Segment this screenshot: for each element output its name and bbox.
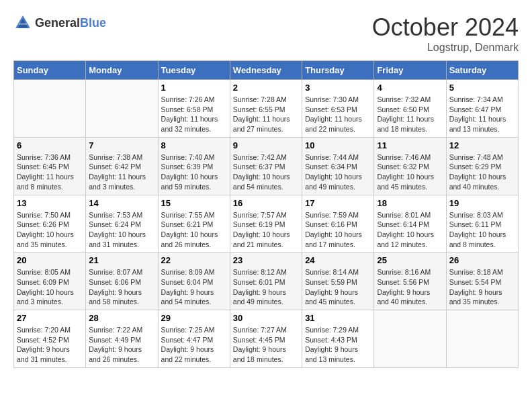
column-header-tuesday: Tuesday [158, 61, 230, 80]
calendar-cell: 1Sunrise: 7:26 AMSunset: 6:58 PMDaylight… [158, 80, 230, 138]
calendar-cell: 24Sunrise: 8:14 AMSunset: 5:59 PMDayligh… [302, 253, 374, 310]
day-number: 16 [233, 198, 299, 208]
column-header-monday: Monday [86, 61, 158, 80]
calendar-week-3: 13Sunrise: 7:50 AMSunset: 6:26 PMDayligh… [14, 195, 519, 253]
calendar-week-2: 6Sunrise: 7:36 AMSunset: 6:45 PMDaylight… [14, 137, 519, 195]
day-number: 3 [305, 83, 371, 93]
calendar-cell: 6Sunrise: 7:36 AMSunset: 6:45 PMDaylight… [14, 137, 86, 195]
day-number: 24 [305, 255, 371, 265]
day-number: 14 [89, 198, 154, 208]
calendar-cell: 3Sunrise: 7:30 AMSunset: 6:53 PMDaylight… [302, 80, 374, 138]
column-header-wednesday: Wednesday [230, 61, 302, 80]
calendar-cell [374, 310, 446, 368]
column-header-friday: Friday [374, 61, 446, 80]
calendar-header-row: SundayMondayTuesdayWednesdayThursdayFrid… [14, 61, 519, 80]
calendar-cell: 21Sunrise: 8:07 AMSunset: 6:06 PMDayligh… [86, 253, 158, 310]
day-number: 18 [377, 198, 443, 208]
page-header: GeneralBlue October 2024 Logstrup, Denma… [13, 13, 519, 54]
day-number: 28 [89, 313, 154, 323]
calendar-cell: 9Sunrise: 7:42 AMSunset: 6:37 PMDaylight… [230, 137, 302, 195]
day-info: Sunrise: 7:25 AMSunset: 4:47 PMDaylight:… [161, 325, 227, 365]
day-info: Sunrise: 7:20 AMSunset: 4:52 PMDaylight:… [17, 325, 83, 365]
day-info: Sunrise: 7:59 AMSunset: 6:16 PMDaylight:… [305, 210, 371, 250]
day-number: 13 [17, 198, 83, 208]
calendar-cell: 8Sunrise: 7:40 AMSunset: 6:39 PMDaylight… [158, 137, 230, 195]
day-info: Sunrise: 7:22 AMSunset: 4:49 PMDaylight:… [89, 325, 154, 365]
calendar-cell: 29Sunrise: 7:25 AMSunset: 4:47 PMDayligh… [158, 310, 230, 368]
calendar-cell: 11Sunrise: 7:46 AMSunset: 6:32 PMDayligh… [374, 137, 446, 195]
day-info: Sunrise: 8:01 AMSunset: 6:14 PMDaylight:… [377, 210, 443, 250]
calendar-cell: 25Sunrise: 8:16 AMSunset: 5:56 PMDayligh… [374, 253, 446, 310]
day-info: Sunrise: 7:44 AMSunset: 6:34 PMDaylight:… [305, 152, 371, 192]
day-number: 20 [17, 255, 83, 265]
day-number: 15 [161, 198, 227, 208]
logo-general: General [35, 16, 80, 30]
day-info: Sunrise: 8:03 AMSunset: 6:11 PMDaylight:… [449, 210, 515, 250]
day-info: Sunrise: 7:57 AMSunset: 6:19 PMDaylight:… [233, 210, 299, 250]
day-number: 30 [233, 313, 299, 323]
day-info: Sunrise: 7:38 AMSunset: 6:42 PMDaylight:… [89, 152, 154, 192]
calendar-cell: 31Sunrise: 7:29 AMSunset: 4:43 PMDayligh… [302, 310, 374, 368]
calendar-cell: 13Sunrise: 7:50 AMSunset: 6:26 PMDayligh… [14, 195, 86, 253]
day-number: 29 [161, 313, 227, 323]
day-info: Sunrise: 7:50 AMSunset: 6:26 PMDaylight:… [17, 210, 83, 250]
calendar-cell: 26Sunrise: 8:18 AMSunset: 5:54 PMDayligh… [446, 253, 518, 310]
day-info: Sunrise: 7:53 AMSunset: 6:24 PMDaylight:… [89, 210, 154, 250]
column-header-sunday: Sunday [14, 61, 86, 80]
day-info: Sunrise: 7:26 AMSunset: 6:58 PMDaylight:… [161, 95, 227, 134]
month-title: October 2024 [372, 13, 519, 42]
logo-blue: Blue [80, 16, 106, 30]
calendar-table: SundayMondayTuesdayWednesdayThursdayFrid… [13, 60, 519, 368]
calendar-cell: 2Sunrise: 7:28 AMSunset: 6:55 PMDaylight… [230, 80, 302, 138]
day-info: Sunrise: 7:34 AMSunset: 6:47 PMDaylight:… [449, 95, 515, 134]
day-number: 26 [449, 255, 515, 265]
calendar-cell [14, 80, 86, 138]
day-info: Sunrise: 7:48 AMSunset: 6:29 PMDaylight:… [449, 152, 515, 192]
title-block: October 2024 Logstrup, Denmark [372, 13, 519, 54]
day-number: 23 [233, 255, 299, 265]
calendar-cell: 23Sunrise: 8:12 AMSunset: 6:01 PMDayligh… [230, 253, 302, 310]
logo-text: GeneralBlue [35, 16, 106, 30]
day-number: 4 [377, 83, 443, 93]
day-number: 22 [161, 255, 227, 265]
day-info: Sunrise: 8:05 AMSunset: 6:09 PMDaylight:… [17, 267, 83, 307]
day-info: Sunrise: 8:12 AMSunset: 6:01 PMDaylight:… [233, 267, 299, 307]
day-info: Sunrise: 7:28 AMSunset: 6:55 PMDaylight:… [233, 95, 299, 134]
calendar-cell: 28Sunrise: 7:22 AMSunset: 4:49 PMDayligh… [86, 310, 158, 368]
column-header-saturday: Saturday [446, 61, 518, 80]
day-info: Sunrise: 8:07 AMSunset: 6:06 PMDaylight:… [89, 267, 154, 307]
day-number: 12 [449, 140, 515, 150]
calendar-cell: 22Sunrise: 8:09 AMSunset: 6:04 PMDayligh… [158, 253, 230, 310]
day-number: 7 [89, 140, 154, 150]
day-number: 27 [17, 313, 83, 323]
day-info: Sunrise: 7:29 AMSunset: 4:43 PMDaylight:… [305, 325, 371, 365]
day-info: Sunrise: 8:16 AMSunset: 5:56 PMDaylight:… [377, 267, 443, 307]
day-info: Sunrise: 7:40 AMSunset: 6:39 PMDaylight:… [161, 152, 227, 192]
day-number: 31 [305, 313, 371, 323]
day-number: 8 [161, 140, 227, 150]
day-info: Sunrise: 7:32 AMSunset: 6:50 PMDaylight:… [377, 95, 443, 134]
day-info: Sunrise: 8:14 AMSunset: 5:59 PMDaylight:… [305, 267, 371, 307]
calendar-cell: 30Sunrise: 7:27 AMSunset: 4:45 PMDayligh… [230, 310, 302, 368]
calendar-cell: 18Sunrise: 8:01 AMSunset: 6:14 PMDayligh… [374, 195, 446, 253]
calendar-week-4: 20Sunrise: 8:05 AMSunset: 6:09 PMDayligh… [14, 253, 519, 310]
day-info: Sunrise: 8:09 AMSunset: 6:04 PMDaylight:… [161, 267, 227, 307]
calendar-cell: 12Sunrise: 7:48 AMSunset: 6:29 PMDayligh… [446, 137, 518, 195]
logo-icon [13, 13, 32, 32]
day-number: 25 [377, 255, 443, 265]
calendar-cell: 27Sunrise: 7:20 AMSunset: 4:52 PMDayligh… [14, 310, 86, 368]
logo: GeneralBlue [13, 13, 106, 32]
calendar-cell: 20Sunrise: 8:05 AMSunset: 6:09 PMDayligh… [14, 253, 86, 310]
day-info: Sunrise: 7:27 AMSunset: 4:45 PMDaylight:… [233, 325, 299, 365]
svg-rect-2 [19, 23, 27, 25]
day-number: 10 [305, 140, 371, 150]
calendar-cell: 5Sunrise: 7:34 AMSunset: 6:47 PMDaylight… [446, 80, 518, 138]
day-info: Sunrise: 8:18 AMSunset: 5:54 PMDaylight:… [449, 267, 515, 307]
calendar-cell: 4Sunrise: 7:32 AMSunset: 6:50 PMDaylight… [374, 80, 446, 138]
day-number: 17 [305, 198, 371, 208]
calendar-week-1: 1Sunrise: 7:26 AMSunset: 6:58 PMDaylight… [14, 80, 519, 138]
day-info: Sunrise: 7:30 AMSunset: 6:53 PMDaylight:… [305, 95, 371, 134]
calendar-cell: 14Sunrise: 7:53 AMSunset: 6:24 PMDayligh… [86, 195, 158, 253]
day-number: 6 [17, 140, 83, 150]
calendar-cell: 19Sunrise: 8:03 AMSunset: 6:11 PMDayligh… [446, 195, 518, 253]
